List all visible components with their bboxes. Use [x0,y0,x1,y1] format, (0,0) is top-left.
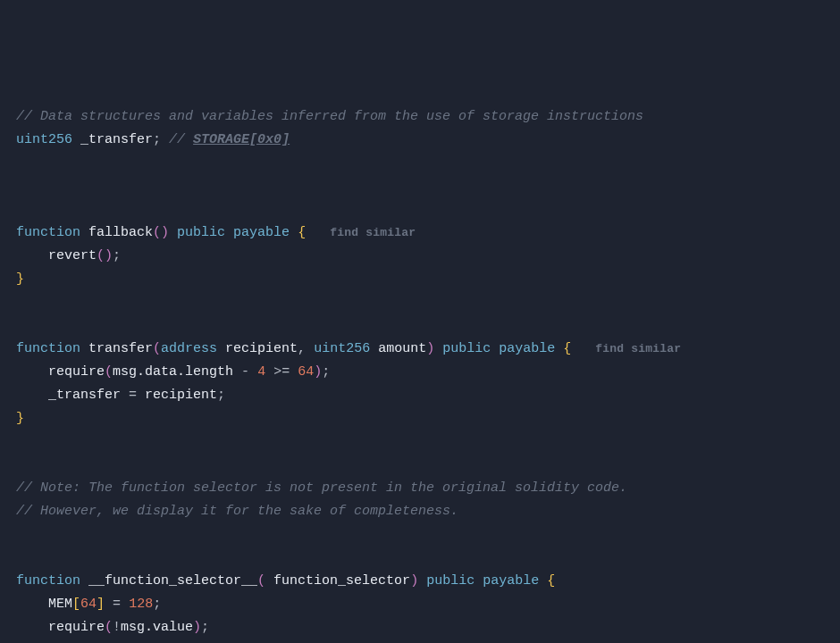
kw-public: public [442,341,491,356]
num-128: 128 [129,597,153,612]
param-amount: amount [378,341,426,356]
msg-data-length: msg.data.length [113,364,233,380]
kw-public: public [177,225,225,240]
semicolon: ; [113,248,121,263]
comma: , [298,341,306,356]
num-64: 64 [80,597,97,612]
semicolon: ; [217,388,225,403]
paren-open: ( [105,620,113,635]
kw-function: function [16,225,80,240]
comment-note-1: // Note: The function selector is not pr… [16,480,627,496]
find-similar-link[interactable]: find similar [595,342,681,355]
type-uint256: uint256 [314,341,370,356]
op-assign: = [113,597,121,612]
var-transfer: _transfer [80,132,153,147]
call-require: require [48,364,105,380]
bracket-close: ] [97,597,105,612]
semicolon: ; [153,597,161,612]
call-require: require [48,620,105,635]
kw-payable: payable [233,225,290,240]
brace-close: } [16,271,24,287]
param-selector: function_selector [273,573,410,589]
paren: () [97,248,113,263]
op-assign: = [129,388,137,403]
op-not: ! [113,620,121,635]
brace-open: { [298,225,306,240]
paren-open: ( [105,364,113,380]
paren: () [153,225,169,240]
indent-guide [16,248,48,263]
msg-value: msg.value [121,620,193,635]
bracket-open: [ [72,597,80,612]
paren-close: ) [426,341,434,356]
num-64: 64 [298,364,314,380]
semicolon: ; [201,620,209,635]
fn-selector-name: __function_selector__ [88,573,257,589]
type-uint256: uint256 [16,132,72,147]
kw-payable: payable [499,341,555,356]
indent-guide [16,364,48,380]
op-ge: >= [273,364,290,380]
num-4: 4 [257,364,265,380]
paren-open: ( [257,573,265,589]
fn-fallback-name: fallback [88,225,153,240]
semicolon: ; [322,364,330,380]
brace-close: } [16,411,24,426]
paren-close: ) [193,620,201,635]
mem: MEM [48,597,72,612]
kw-payable: payable [483,573,539,589]
type-address: address [161,341,217,356]
comment-header: // Data structures and variables inferre… [16,109,643,124]
brace-open: { [563,341,571,356]
kw-function: function [16,573,80,589]
paren-close: ) [410,573,418,589]
find-similar-link[interactable]: find similar [330,226,416,239]
param-recipient: recipient [225,341,298,356]
kw-public: public [426,573,475,589]
indent-guide [16,388,48,403]
rhs-recipient: recipient [145,388,217,403]
op-minus: - [241,364,249,380]
indent-guide [16,597,48,612]
indent-guide [16,620,48,635]
storage-slot: STORAGE[0x0] [193,132,290,147]
paren-close: ) [314,364,322,380]
paren-open: ( [153,341,161,356]
comment-note-2: // However, we display it for the sake o… [16,504,458,519]
brace-open: { [547,573,555,589]
semicolon: ; [153,132,161,147]
kw-function: function [16,341,80,356]
lhs-transfer: _transfer [48,388,121,403]
call-revert: revert [48,248,97,263]
fn-transfer-name: transfer [88,341,153,356]
comment-storage-prefix: // [169,132,185,147]
